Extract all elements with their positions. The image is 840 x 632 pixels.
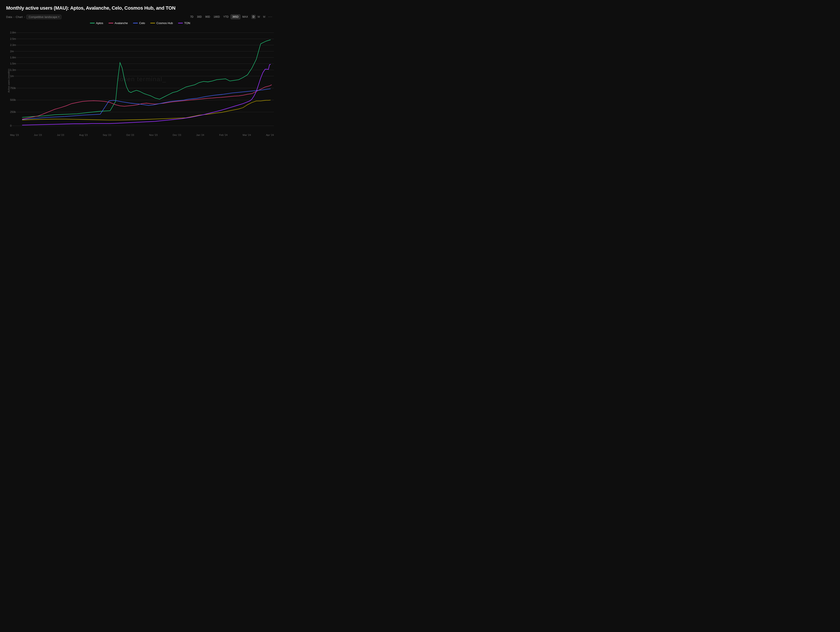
x-label-jul23: Jul '23 <box>57 134 64 136</box>
svg-text:1m: 1m <box>10 74 14 77</box>
chart-legend: Aptos Avalanche Celo Cosmos Hub TON <box>6 21 274 25</box>
aptos-legend-line <box>90 23 95 24</box>
x-label-nov23: Nov '23 <box>149 134 158 136</box>
breadcrumb: Data › Chart › Competitive landscape ▾ <box>6 15 62 19</box>
x-label-sep23: Sep '23 <box>103 134 111 136</box>
chart-inner: token terminal_ 2.8m 2.5m 2.3m 2m <box>10 26 274 136</box>
svg-text:2.8m: 2.8m <box>10 31 16 34</box>
breadcrumb-chart[interactable]: Chart <box>16 15 23 19</box>
x-label-mar24: Mar '24 <box>243 134 251 136</box>
svg-text:750k: 750k <box>10 87 16 90</box>
svg-text:1.5m: 1.5m <box>10 62 16 65</box>
page-title: Monthly active users (MAU): Aptos, Avala… <box>6 5 274 11</box>
celo-legend-line <box>133 23 138 24</box>
legend-item-aptos[interactable]: Aptos <box>90 21 103 25</box>
x-label-dec23: Dec '23 <box>172 134 181 136</box>
x-label-aug23: Aug '23 <box>79 134 88 136</box>
svg-text:1.3m: 1.3m <box>10 68 16 71</box>
x-axis: May '23 Jun '23 Jul '23 Aug '23 Sep '23 … <box>10 132 274 136</box>
legend-item-ton[interactable]: TON <box>178 21 190 25</box>
x-label-jun23: Jun '23 <box>34 134 42 136</box>
time-btn-7d[interactable]: 7D <box>189 15 195 19</box>
ton-line <box>22 64 271 125</box>
time-btn-ytd[interactable]: YTD <box>222 15 230 19</box>
time-btn-max[interactable]: MAX <box>241 15 249 19</box>
interval-buttons: D W M <box>251 15 267 19</box>
time-btn-180d[interactable]: 180D <box>212 15 221 19</box>
svg-text:500k: 500k <box>10 98 16 101</box>
x-label-may23: May '23 <box>10 134 19 136</box>
aptos-legend-label: Aptos <box>96 21 103 25</box>
chart-svg: 2.8m 2.5m 2.3m 2m 1.8m 1.5m 1.3m 1m 750k… <box>10 26 274 132</box>
time-btn-90d[interactable]: 90D <box>204 15 212 19</box>
breadcrumb-sep-1: › <box>13 15 14 19</box>
chart-svg-container: token terminal_ 2.8m 2.5m 2.3m 2m <box>10 26 274 132</box>
legend-item-cosmos-hub[interactable]: Cosmos Hub <box>150 21 173 25</box>
avalanche-legend-line <box>109 23 113 24</box>
celo-legend-label: Celo <box>139 21 145 25</box>
y-axis-label: Active users (monthly) <box>6 26 10 136</box>
chevron-down-icon: ▾ <box>58 16 60 18</box>
legend-item-celo[interactable]: Celo <box>133 21 145 25</box>
x-label-apr24: Apr '24 <box>266 134 274 136</box>
time-controls: 7D 30D 90D 180D YTD 365D MAX D W M ··· <box>189 14 274 19</box>
breadcrumb-view[interactable]: Competitive landscape ▾ <box>26 15 62 19</box>
toolbar: Data › Chart › Competitive landscape ▾ 7… <box>6 14 274 19</box>
svg-text:1.8m: 1.8m <box>10 56 16 59</box>
svg-text:2m: 2m <box>10 50 14 53</box>
x-label-oct23: Oct '23 <box>126 134 134 136</box>
cosmos-hub-legend-line <box>150 23 155 24</box>
legend-item-avalanche[interactable]: Avalanche <box>109 21 128 25</box>
interval-btn-m[interactable]: M <box>262 15 267 19</box>
avalanche-line <box>22 85 272 119</box>
svg-text:2.5m: 2.5m <box>10 37 16 41</box>
time-btn-30d[interactable]: 30D <box>195 15 203 19</box>
x-label-feb24: Feb '24 <box>219 134 227 136</box>
breadcrumb-data[interactable]: Data <box>6 15 12 19</box>
svg-text:0: 0 <box>10 124 12 127</box>
interval-btn-d[interactable]: D <box>251 15 256 19</box>
time-btn-365d[interactable]: 365D <box>231 14 240 19</box>
breadcrumb-sep-2: › <box>24 15 25 19</box>
more-options-button[interactable]: ··· <box>267 14 274 19</box>
x-label-jan24: Jan '24 <box>196 134 204 136</box>
svg-text:250k: 250k <box>10 111 16 114</box>
celo-line <box>22 89 271 120</box>
ton-legend-label: TON <box>184 21 190 25</box>
ton-legend-line <box>178 23 183 24</box>
avalanche-legend-label: Avalanche <box>115 21 128 25</box>
interval-btn-w[interactable]: W <box>256 15 261 19</box>
svg-text:2.3m: 2.3m <box>10 44 16 47</box>
cosmos-hub-legend-label: Cosmos Hub <box>156 21 173 25</box>
chart-area: Active users (monthly) token terminal_ 2… <box>6 26 274 136</box>
